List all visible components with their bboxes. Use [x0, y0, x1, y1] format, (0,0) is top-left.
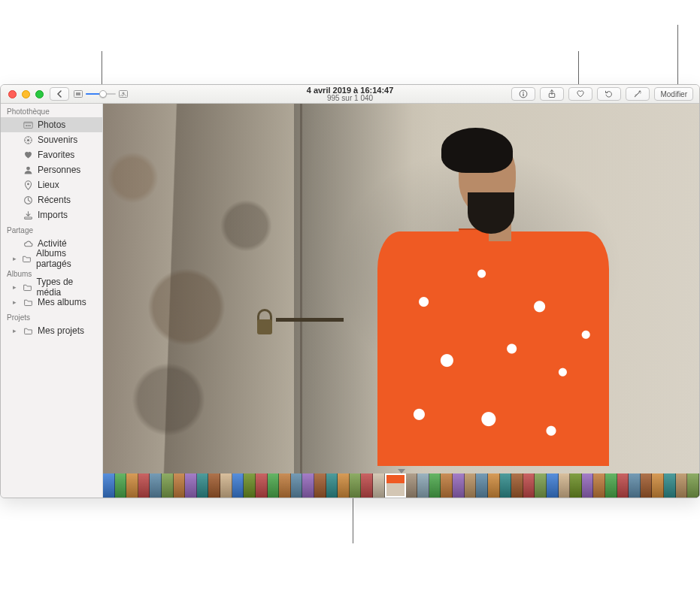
filmstrip-thumb[interactable]: [115, 473, 127, 498]
filmstrip-thumb[interactable]: [523, 473, 535, 498]
sidebar-item-lieux[interactable]: Lieux: [1, 177, 102, 192]
filmstrip-thumb[interactable]: [126, 473, 138, 498]
share-button[interactable]: [540, 87, 564, 101]
filmstrip-thumb[interactable]: [511, 473, 523, 498]
filmstrip-thumb[interactable]: [500, 473, 512, 498]
photo-viewer[interactable]: [103, 104, 699, 473]
sidebar-item-mes-projets[interactable]: ▸Mes projets: [1, 323, 102, 338]
filmstrip-thumb[interactable]: [338, 473, 350, 498]
filmstrip-thumb[interactable]: [385, 473, 406, 498]
zoom-window-button[interactable]: [35, 90, 44, 98]
filmstrip-thumb[interactable]: [138, 473, 150, 498]
filmstrip-thumb[interactable]: [664, 473, 676, 498]
filmstrip-thumb[interactable]: [220, 473, 232, 498]
sidebar-item-types-de-me-dia[interactable]: ▸Types de média: [1, 280, 102, 295]
filmstrip-thumb[interactable]: [429, 473, 441, 498]
sidebar-item-favorites[interactable]: Favorites: [1, 147, 102, 162]
photo-image: [103, 104, 699, 473]
magic-wand-icon: [633, 89, 642, 98]
filmstrip-thumb[interactable]: [373, 473, 385, 498]
sidebar-item-label: Récents: [38, 195, 71, 205]
filmstrip-thumb[interactable]: [256, 473, 268, 498]
sidebar-item-label: Souvenirs: [38, 135, 77, 145]
sidebar-item-imports[interactable]: Imports: [1, 207, 102, 222]
filmstrip-thumb[interactable]: [617, 473, 629, 498]
filmstrip-thumb[interactable]: [488, 473, 500, 498]
filmstrip-thumb[interactable]: [441, 473, 453, 498]
chevron-left-icon: [56, 90, 62, 98]
edit-button[interactable]: Modifier: [654, 87, 693, 101]
folder-icon: [22, 253, 32, 264]
info-button[interactable]: [511, 87, 535, 101]
disclosure-triangle-icon[interactable]: ▸: [11, 327, 18, 334]
filmstrip-thumb[interactable]: [547, 473, 559, 498]
filmstrip-thumb[interactable]: [185, 473, 197, 498]
memories-icon: [23, 135, 33, 145]
filmstrip-thumb[interactable]: [150, 473, 162, 498]
filmstrip-thumb[interactable]: [162, 473, 174, 498]
sidebar-item-souvenirs[interactable]: Souvenirs: [1, 132, 102, 147]
disclosure-triangle-icon[interactable]: ▸: [11, 255, 17, 262]
sidebar-item-label: Types de média: [37, 277, 96, 298]
svg-point-14: [26, 138, 29, 141]
sidebar-item-re-cents[interactable]: Récents: [1, 192, 102, 207]
clock-icon: [23, 195, 33, 205]
rotate-button[interactable]: [597, 87, 621, 101]
filmstrip-thumb[interactable]: [350, 473, 362, 498]
toolbar-right: Modifier: [511, 87, 699, 101]
sidebar-item-label: Favorites: [38, 150, 74, 160]
back-button[interactable]: [50, 87, 69, 101]
filmstrip-thumb[interactable]: [232, 473, 244, 498]
minimize-window-button[interactable]: [22, 90, 30, 98]
filmstrip-thumb[interactable]: [197, 473, 209, 498]
filmstrip-thumb[interactable]: [302, 473, 314, 498]
heart-icon: [576, 89, 585, 98]
filmstrip-thumb[interactable]: [208, 473, 220, 498]
filmstrip-thumb[interactable]: [652, 473, 664, 498]
disclosure-triangle-icon[interactable]: ▸: [11, 283, 17, 291]
filmstrip-thumb[interactable]: [361, 473, 373, 498]
svg-point-16: [27, 183, 29, 185]
filmstrip-thumb[interactable]: [570, 473, 582, 498]
rotate-icon: [605, 89, 614, 98]
sidebar-item-photos[interactable]: Photos: [1, 117, 102, 132]
filmstrip-thumb[interactable]: [174, 473, 186, 498]
filmstrip-thumb[interactable]: [314, 473, 326, 498]
zoom-slider[interactable]: [86, 89, 116, 99]
filmstrip-thumb[interactable]: [453, 473, 465, 498]
filmstrip-thumb[interactable]: [291, 473, 303, 498]
filmstrip-thumb[interactable]: [535, 473, 547, 498]
filmstrip-thumb[interactable]: [559, 473, 571, 498]
filmstrip-thumb[interactable]: [103, 473, 115, 498]
close-window-button[interactable]: [8, 90, 17, 98]
filmstrip-thumb[interactable]: [268, 473, 280, 498]
sidebar-item-personnes[interactable]: Personnes: [1, 162, 102, 177]
sidebar-item-albums-partage-s[interactable]: ▸Albums partagés: [1, 251, 102, 266]
import-icon: [23, 210, 33, 220]
filmstrip-thumb[interactable]: [593, 473, 605, 498]
filmstrip-thumb[interactable]: [476, 473, 488, 498]
info-icon: [519, 89, 528, 98]
filmstrip-thumb[interactable]: [641, 473, 653, 498]
sidebar-item-label: Imports: [38, 210, 68, 220]
filmstrip-thumb[interactable]: [465, 473, 477, 498]
filmstrip-thumb[interactable]: [406, 473, 418, 498]
auto-enhance-button[interactable]: [626, 87, 650, 101]
filmstrip-thumb[interactable]: [582, 473, 594, 498]
filmstrip-thumb[interactable]: [605, 473, 617, 498]
filmstrip-thumb[interactable]: [244, 473, 256, 498]
sidebar-item-label: Photos: [38, 119, 65, 130]
filmstrip-thumb[interactable]: [279, 473, 291, 498]
filmstrip-thumb[interactable]: [687, 473, 699, 498]
filmstrip-thumb[interactable]: [676, 473, 688, 498]
sidebar-item-label: Activité: [38, 238, 67, 249]
disclosure-triangle-icon[interactable]: ▸: [11, 298, 18, 306]
filmstrip[interactable]: [103, 473, 699, 498]
filmstrip-thumb[interactable]: [326, 473, 338, 498]
favorite-button[interactable]: [568, 87, 592, 101]
filmstrip-thumb[interactable]: [417, 473, 429, 498]
sidebar-section-header: Photothèque: [1, 104, 102, 117]
callout-line-favorite: [578, 51, 579, 87]
zoom-out-icon: [74, 89, 83, 100]
filmstrip-thumb[interactable]: [629, 473, 641, 498]
